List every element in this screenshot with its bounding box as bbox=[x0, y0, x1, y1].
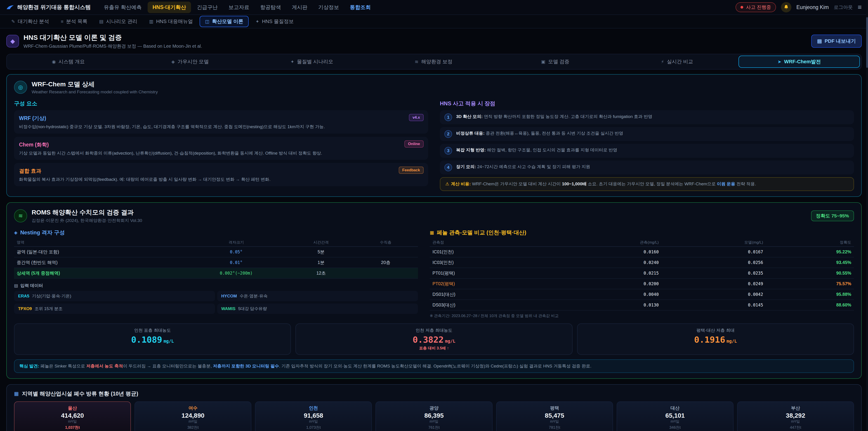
warning-label: 계산 비용: bbox=[451, 182, 471, 186]
layers-cell: 20층 bbox=[353, 257, 418, 268]
vertical-scrollbar[interactable] bbox=[866, 0, 868, 431]
tab-realtime-comparison[interactable]: ⚡실시간 비교 bbox=[617, 56, 737, 68]
tab-label: 해양환경 보정 bbox=[421, 58, 452, 65]
flask-icon: ✦ bbox=[290, 59, 294, 64]
wrf-card-title: WRF-Chem 모델 상세 bbox=[32, 80, 158, 89]
accuracy-cell: 90.55% bbox=[766, 268, 854, 278]
advantage-text: 장기 모의: 24~72시간 예측으로 사고 수습 계획 및 장기 피해 평가 … bbox=[456, 164, 590, 171]
input-desc: 기상(기압·풍속·기온) bbox=[32, 294, 71, 298]
input-hycom: HYCOM수온·염분·유속 bbox=[217, 291, 418, 301]
discharge-tonnage: 781천t bbox=[499, 425, 610, 430]
advantage-item: 2 비정상류 대응: 종관 전환(해풍↔육풍), 돌풍, 전선 통과 등 시변 … bbox=[440, 127, 854, 141]
incident-label: 사고 진행중 bbox=[746, 4, 771, 10]
stat-number: 0.1089 bbox=[131, 335, 162, 345]
advantage-title: 비정상류 대응: bbox=[456, 131, 485, 135]
interval-cell: 5분 bbox=[289, 247, 353, 257]
discharge-card-ulsan: 울산 414,620 m³/일 1,037천t bbox=[14, 401, 131, 431]
advantage-text: 복잡 지형 반영: 해안 절벽, 항만 구조물, 인접 도시의 건물 효과를 지… bbox=[456, 147, 617, 155]
nav-integrated-search[interactable]: 통합조회 bbox=[345, 2, 376, 13]
discharge-card-yeosu: 여수 124,890 m³/일 382천t bbox=[134, 401, 251, 431]
accuracy-cell: 93.45% bbox=[766, 257, 854, 268]
roms-title-block: ROMS 해양확산 수치모의 검증 결과 김정윤·이문진 外 (2024), 한… bbox=[32, 208, 142, 223]
input-tpxo9: TPXO9조위 15개 분조 bbox=[14, 304, 215, 314]
station-cell: IC03(인천) bbox=[430, 257, 557, 268]
roms-card-subtitle: 김정윤·이문진 外 (2024), 한국해양환경·안전학회지 Vol.30 bbox=[32, 218, 142, 223]
discharge-tonnage: 1,073천t bbox=[258, 425, 369, 430]
discharge-value: 85,475 bbox=[499, 412, 610, 419]
nav-reports[interactable]: 보고자료 bbox=[223, 2, 254, 13]
layers-cell bbox=[353, 247, 418, 257]
nav-aerial-search[interactable]: 항공탐색 bbox=[255, 2, 286, 13]
roms-columns: ◈Nesting 격자 구성 영역 격자크기 시간간격 수직층 광역 (일본·대… bbox=[14, 227, 854, 318]
stat-unit: mg/L bbox=[445, 339, 456, 343]
table-row: 광역 (일본·대만 포함) 0.05° 5분 bbox=[14, 247, 418, 257]
nav-board[interactable]: 게시판 bbox=[287, 2, 312, 13]
stat-label: 인천 저층 최대농도 bbox=[301, 328, 567, 333]
nav-hns-atmospheric[interactable]: HNS·대기확산 bbox=[148, 2, 191, 13]
station-cell: DS01(대산) bbox=[430, 289, 557, 300]
logout-button[interactable]: 로그아웃 bbox=[834, 4, 852, 10]
advantage-text: 비정상류 대응: 종관 전환(해풍↔육풍), 돌풍, 전선 통과 등 시변 기상… bbox=[456, 130, 623, 138]
subnav-model-theory[interactable]: ◫확산모델 이론 bbox=[199, 16, 249, 27]
subnav-hns-manual[interactable]: ▥HNS 대응매뉴얼 bbox=[144, 16, 198, 27]
rocket-icon: ➤ bbox=[778, 59, 781, 64]
wave-icon: ≋ bbox=[415, 59, 418, 64]
subnav-label: 대기확산 분석 bbox=[18, 18, 49, 25]
nav-oil-spill-forecast[interactable]: 유출유 확산예측 bbox=[99, 2, 147, 13]
discharge-card-pyeongtaek: 평택 85,475 m³/일 781천t bbox=[496, 401, 613, 431]
concentration-stats: 인천 표층 최대농도 0.1089mg/L 인천 저층 최대농도 0.3822m… bbox=[14, 324, 854, 355]
subnav-dispersion-analysis[interactable]: ✎대기확산 분석 bbox=[6, 16, 54, 27]
page-subtitle: WRF-Chem·Gaussian Plume/Puff·ROMS·해양환경 보… bbox=[24, 43, 202, 49]
folder-icon: ▤ bbox=[99, 19, 103, 24]
discharge-unit: m³/일 bbox=[379, 419, 489, 424]
tab-marine-correction[interactable]: ≋해양환경 보정 bbox=[373, 56, 494, 68]
obs-cell: 0.0160 bbox=[557, 247, 661, 257]
subnav-analysis-list[interactable]: ≡분석 목록 bbox=[56, 16, 92, 27]
discharge-value: 91,658 bbox=[258, 412, 369, 419]
table-row: DS01(대산)0.00400.004295.88% bbox=[430, 289, 854, 300]
app-logo[interactable]: 해양환경 위기대응 통합시스템 bbox=[6, 4, 91, 11]
flask-icon: ✦ bbox=[255, 19, 259, 24]
finding-text: 페놀은 Sinker 특성으로 bbox=[39, 364, 86, 368]
subnav-scenario-management[interactable]: ▤시나리오 관리 bbox=[94, 16, 143, 27]
tab-gaussian-model[interactable]: ◈가우시안 모델 bbox=[130, 56, 250, 68]
bar-chart-icon: ▦ bbox=[14, 391, 19, 397]
discharge-value: 414,620 bbox=[17, 412, 128, 419]
city-label: 평택 bbox=[499, 405, 610, 411]
pdf-export-button[interactable]: ▤ PDF 내보내기 bbox=[811, 35, 862, 48]
discharge-title: 지역별 해양산업시설 폐수 방류 현황 (10년 평균) bbox=[22, 390, 138, 397]
scrollbar-thumb[interactable] bbox=[866, 17, 868, 68]
component-chem: Chem (화학) Online 기상 모델과 동일한 시간 스텝에서 화학종의… bbox=[14, 137, 428, 160]
region-cell: 중간역 (한반도 해역) bbox=[14, 257, 184, 268]
subnav-hns-substance-info[interactable]: ✦HNS 물질정보 bbox=[250, 16, 299, 27]
tab-system-overview[interactable]: ◉시스템 개요 bbox=[8, 56, 129, 68]
hamburger-menu-icon[interactable]: ≡ bbox=[858, 4, 862, 11]
stat-unit: mg/L bbox=[163, 339, 174, 343]
model-cell: 0.0249 bbox=[661, 278, 766, 289]
station-cell: PT01(평택) bbox=[430, 268, 557, 278]
roms-card-header: ≋ ROMS 해양확산 수치모의 검증 결과 김정윤·이문진 外 (2024),… bbox=[14, 208, 854, 223]
notifications-button[interactable] bbox=[781, 2, 792, 12]
tab-model-validation[interactable]: ▣모델 검증 bbox=[495, 56, 616, 68]
discharge-value: 86,395 bbox=[379, 412, 489, 419]
column-header: 관측점 bbox=[430, 239, 557, 247]
discharge-card-daesan: 대산 65,101 m³/일 346천t bbox=[617, 401, 734, 431]
input-data-grid: ERA5기상(기압·풍속·기온) HYCOM수온·염분·유속 TPXO9조위 1… bbox=[14, 291, 418, 314]
tab-wrf-chem-advanced[interactable]: ➤WRF-Chem발전 bbox=[739, 56, 860, 68]
nav-emergency-rescue[interactable]: 긴급구난 bbox=[192, 2, 223, 13]
comparison-heading: ▦페놀 관측-모델 비교 (인천·평택·대산) bbox=[430, 229, 854, 236]
era5-label: ERA5 bbox=[18, 294, 29, 298]
tab-label: 실시간 비교 bbox=[667, 58, 693, 65]
component-coupling: 결합 효과 Feedback 화학물질의 복사 효과가 기상장에 되먹임(fee… bbox=[14, 163, 428, 186]
discharge-value: 65,101 bbox=[620, 412, 730, 419]
nesting-table: 영역 격자크기 시간간격 수직층 광역 (일본·대만 포함) 0.05° 5분 bbox=[14, 239, 418, 279]
components-heading: 구성 요소 bbox=[14, 100, 428, 107]
tab-substance-scenarios[interactable]: ✦물질별 시나리오 bbox=[252, 56, 372, 68]
incident-status-badge[interactable]: 사고 진행중 bbox=[736, 2, 776, 12]
discharge-value: 124,890 bbox=[138, 412, 248, 419]
nav-weather-info[interactable]: 기상정보 bbox=[313, 2, 344, 13]
table-row: DS03(대산)0.01300.014588.60% bbox=[430, 300, 854, 310]
roms-validation-card: ≋ ROMS 해양확산 수치모의 검증 결과 김정윤·이문진 外 (2024),… bbox=[6, 202, 862, 379]
component-description: 화학물질의 복사 효과가 기상장에 되먹임(feedback). 예: 대량의 … bbox=[19, 176, 423, 183]
section-tabs: ◉시스템 개요 ◈가우시안 모델 ✦물질별 시나리오 ≋해양환경 보정 ▣모델 … bbox=[6, 54, 862, 70]
